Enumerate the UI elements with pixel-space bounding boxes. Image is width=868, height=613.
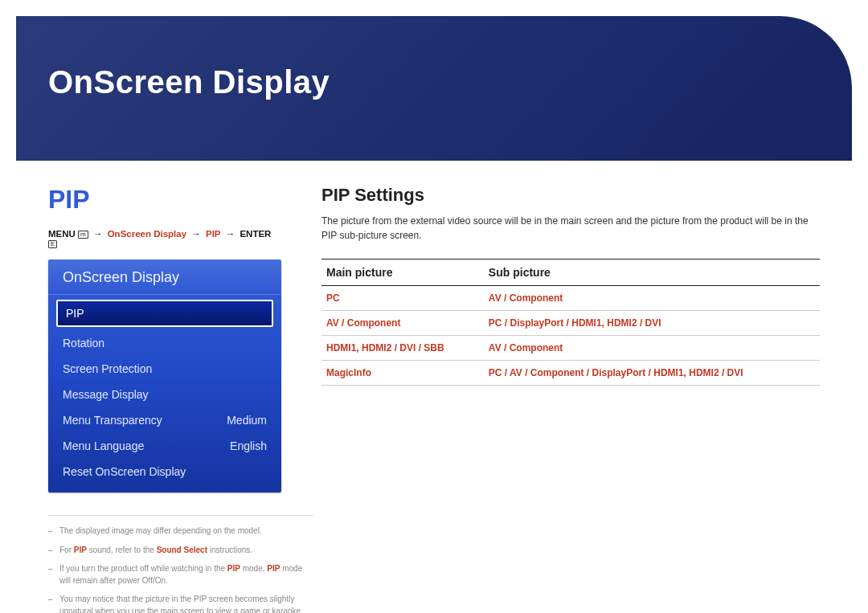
- column-left: PIP MENU m → OnScreen Display → PIP → EN…: [48, 185, 281, 613]
- osd-item-screen-protection[interactable]: Screen Protection: [48, 356, 281, 382]
- breadcrumb-enter: ENTER: [240, 229, 271, 239]
- settings-heading: PIP Settings: [321, 185, 820, 206]
- osd-item-value: English: [230, 439, 267, 452]
- column-right: PIP Settings The picture from the extern…: [321, 185, 820, 386]
- footnote: You may notice that the picture in the P…: [48, 594, 313, 613]
- content-area: PIP MENU m → OnScreen Display → PIP → EN…: [48, 185, 820, 613]
- osd-item-pip[interactable]: PIP: [56, 300, 273, 327]
- arrow-icon: →: [191, 229, 201, 239]
- osd-item-value: Medium: [227, 414, 267, 427]
- footnotes: The displayed image may differ depending…: [48, 515, 313, 613]
- cell-main: AV / Component: [321, 311, 484, 336]
- breadcrumb-menu: MENU: [48, 229, 76, 239]
- cell-sub: PC / DisplayPort / HDMI1, HDMI2 / DVI: [484, 311, 820, 336]
- osd-item-label: PIP: [66, 307, 84, 320]
- cell-sub: AV / Component: [484, 336, 820, 361]
- settings-description: The picture from the external video sour…: [321, 214, 820, 243]
- footnote-keyword: PIP: [227, 564, 240, 573]
- breadcrumb-seg-pip: PIP: [206, 229, 221, 239]
- osd-item-label: Screen Protection: [63, 362, 152, 375]
- footnote-text: instructions.: [207, 546, 252, 554]
- breadcrumb: MENU m → OnScreen Display → PIP → ENTER …: [48, 229, 281, 248]
- osd-item-rotation[interactable]: Rotation: [48, 330, 281, 356]
- osd-item-menu-language[interactable]: Menu Language English: [48, 433, 281, 459]
- footnote-keyword: Sound Select: [157, 546, 207, 554]
- table-row: PC AV / Component: [321, 286, 820, 311]
- hero-title: OnScreen Display: [48, 64, 820, 100]
- footnote-keyword: PIP: [74, 546, 87, 554]
- table-header-row: Main picture Sub picture: [321, 260, 820, 286]
- breadcrumb-seg-onscreen: OnScreen Display: [108, 229, 186, 239]
- footnote-keyword: PIP: [267, 564, 280, 573]
- menu-icon: m: [78, 231, 88, 239]
- table-row: AV / Component PC / DisplayPort / HDMI1,…: [321, 311, 820, 336]
- cell-sub: PC / AV / Component / DisplayPort / HDMI…: [484, 361, 820, 386]
- footnote-text: For: [59, 546, 74, 554]
- footnote: For PIP sound, refer to the Sound Select…: [48, 545, 313, 557]
- th-main-picture: Main picture: [321, 260, 484, 286]
- osd-item-menu-transparency[interactable]: Menu Transparency Medium: [48, 407, 281, 433]
- osd-item-label: Rotation: [63, 337, 104, 349]
- osd-item-label: Menu Language: [63, 439, 144, 452]
- osd-menu-header: OnScreen Display: [48, 260, 281, 295]
- pip-sources-table: Main picture Sub picture PC AV / Compone…: [321, 259, 820, 386]
- hero-banner: OnScreen Display: [16, 16, 852, 161]
- table-row: HDMI1, HDMI2 / DVI / SBB AV / Component: [321, 336, 820, 361]
- footnote-text: mode,: [240, 564, 267, 573]
- table-row: MagicInfo PC / AV / Component / DisplayP…: [321, 361, 820, 386]
- footnote-text: If you turn the product off while watchi…: [59, 564, 227, 573]
- cell-main: HDMI1, HDMI2 / DVI / SBB: [321, 336, 484, 361]
- footnote: If you turn the product off while watchi…: [48, 563, 313, 586]
- arrow-icon: →: [93, 229, 103, 239]
- osd-menu-panel: OnScreen Display PIP Rotation Screen Pro…: [48, 260, 281, 492]
- cell-main: MagicInfo: [321, 361, 484, 386]
- th-sub-picture: Sub picture: [484, 260, 820, 286]
- osd-item-label: Reset OnScreen Display: [63, 465, 186, 478]
- arrow-icon: →: [226, 229, 235, 239]
- footnote-text: sound, refer to the: [87, 546, 157, 554]
- footnote: The displayed image may differ depending…: [48, 525, 313, 537]
- osd-item-message-display[interactable]: Message Display: [48, 382, 281, 407]
- osd-item-reset[interactable]: Reset OnScreen Display: [48, 459, 281, 484]
- osd-item-label: Menu Transparency: [63, 414, 162, 427]
- cell-sub: AV / Component: [484, 286, 820, 311]
- osd-item-label: Message Display: [63, 388, 149, 401]
- enter-icon: E: [48, 240, 57, 248]
- section-heading-pip: PIP: [48, 185, 281, 215]
- cell-main: PC: [321, 286, 484, 311]
